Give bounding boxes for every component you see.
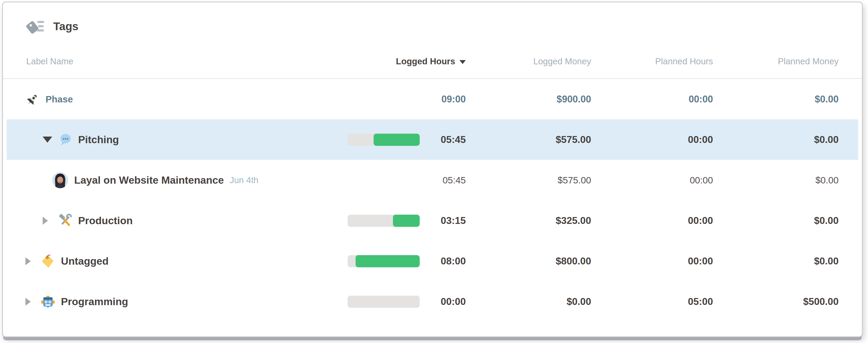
expand-arrow[interactable]: [43, 217, 54, 225]
table-row[interactable]: Production03:15$325.0000:00$0.00: [7, 200, 858, 241]
rocket-icon: [25, 92, 40, 106]
logged-hours-cell: 03:15: [291, 215, 466, 227]
logged-hours-value: 00:00: [427, 296, 466, 307]
logged-money-value-cell: $575.00: [466, 134, 591, 145]
planned-money-value: $0.00: [800, 256, 839, 267]
table-body: Phase09:00$900.0000:00$0.00 Pitching05:4…: [3, 79, 862, 322]
tags-report-card: Tags Label Name Logged Hours Logged Mone…: [2, 2, 863, 337]
logged-money-value: $325.00: [552, 215, 591, 226]
logged-money-value-cell: $325.00: [466, 215, 591, 226]
planned-money-value-cell: $0.00: [713, 256, 839, 267]
planned-money-value: $0.00: [800, 175, 839, 185]
planned-money-value-cell: $500.00: [713, 296, 839, 307]
tag-icon: [41, 254, 55, 268]
logged-money-value-cell: $0.00: [466, 296, 591, 307]
row-label[interactable]: Layal on Website Maintenance: [74, 174, 224, 186]
row-label-cell: Untagged: [7, 254, 291, 268]
row-label-cell: Layal on Website MaintenanceJun 4th: [7, 172, 291, 188]
row-label[interactable]: Untagged: [61, 255, 108, 267]
logged-hours-value: 09:00: [427, 94, 466, 105]
progress-bar: [348, 296, 420, 308]
progress-bar-fill: [393, 215, 420, 227]
tags-icon: [26, 18, 46, 35]
planned-hours-value-cell: 00:00: [591, 215, 713, 226]
progress-bar: [348, 215, 420, 227]
progress-bar-fill: [374, 134, 420, 146]
collapse-arrow[interactable]: [43, 137, 54, 143]
column-planned-money[interactable]: Planned Money: [778, 56, 839, 66]
triangle-right-icon: [43, 217, 48, 225]
table-header: Label Name Logged Hours Logged Money Pla…: [3, 45, 862, 79]
hammer-wrench-icon: [58, 214, 72, 228]
planned-hours-value: 05:00: [674, 296, 713, 307]
planned-money-value-cell: $0.00: [713, 215, 839, 226]
planned-money-value: $500.00: [800, 296, 839, 307]
column-logged-hours[interactable]: Logged Hours: [396, 56, 466, 66]
logged-money-value: $0.00: [552, 296, 591, 307]
column-label-name[interactable]: Label Name: [7, 56, 291, 66]
column-logged-hours-label: Logged Hours: [396, 56, 455, 66]
logged-hours-cell: 05:45: [291, 134, 466, 146]
logged-money-value-cell: $800.00: [466, 256, 591, 267]
planned-hours-value-cell: 00:00: [591, 134, 713, 145]
planned-money-value: $0.00: [800, 134, 839, 145]
planned-hours-value: 00:00: [674, 94, 713, 105]
progress-bar: [348, 255, 420, 267]
table-row[interactable]: Untagged08:00$800.0000:00$0.00: [7, 241, 858, 281]
row-label[interactable]: Production: [78, 215, 133, 227]
planned-hours-value-cell: 00:00: [591, 94, 713, 105]
table-row[interactable]: Pitching05:45$575.0000:00$0.00: [7, 119, 858, 160]
expand-arrow[interactable]: [25, 257, 37, 265]
logged-hours-cell: 00:00: [291, 296, 466, 308]
planned-money-value-cell: $0.00: [713, 94, 839, 105]
planned-hours-value-cell: 05:00: [591, 296, 713, 307]
logged-hours-cell: 05:45: [291, 175, 466, 185]
planned-hours-value-cell: 00:00: [591, 175, 713, 185]
logged-money-value-cell: $575.00: [466, 175, 591, 185]
planned-money-value-cell: $0.00: [713, 175, 839, 185]
logged-hours-cell: 09:00: [291, 94, 466, 105]
column-header-row: Label Name Logged Hours Logged Money Pla…: [7, 45, 858, 78]
row-label[interactable]: Phase: [45, 94, 73, 105]
card-header: Tags: [3, 2, 862, 45]
table-row[interactable]: Layal on Website MaintenanceJun 4th05:45…: [7, 160, 858, 200]
table-row[interactable]: Phase09:00$900.0000:00$0.00: [7, 79, 858, 119]
planned-money-value-cell: $0.00: [713, 134, 839, 145]
row-label-cell: Phase: [7, 92, 291, 106]
column-planned-hours[interactable]: Planned Hours: [655, 56, 713, 66]
planned-money-value: $0.00: [800, 215, 839, 226]
speech-balloon-icon: [58, 133, 72, 147]
avatar: [52, 172, 68, 188]
page-title: Tags: [53, 20, 79, 33]
triangle-down-icon: [43, 137, 52, 143]
column-logged-money[interactable]: Logged Money: [533, 56, 591, 66]
row-label[interactable]: Programming: [61, 296, 128, 308]
triangle-right-icon: [25, 298, 31, 306]
logged-money-value: $575.00: [552, 134, 591, 145]
robot-icon: [41, 295, 55, 309]
planned-money-value: $0.00: [800, 94, 839, 105]
logged-money-value-cell: $900.00: [466, 94, 591, 105]
planned-hours-value: 00:00: [674, 175, 713, 185]
triangle-right-icon: [25, 257, 31, 265]
planned-hours-value: 00:00: [674, 215, 713, 226]
row-label-cell: Production: [7, 214, 291, 228]
logged-money-value: $900.00: [552, 94, 591, 105]
planned-hours-value: 00:00: [674, 256, 713, 267]
row-label-cell: Pitching: [7, 133, 291, 147]
row-label-cell: Programming: [7, 295, 291, 309]
sort-desc-icon: [459, 60, 466, 64]
planned-hours-value: 00:00: [674, 134, 713, 145]
logged-hours-value: 05:45: [427, 175, 466, 185]
logged-hours-value: 05:45: [427, 134, 466, 145]
progress-bar-fill: [355, 255, 420, 267]
logged-money-value: $800.00: [552, 256, 591, 267]
row-label[interactable]: Pitching: [78, 134, 119, 145]
logged-hours-value: 08:00: [427, 256, 466, 267]
progress-bar: [348, 134, 420, 146]
table-row[interactable]: Programming00:00$0.0005:00$500.00: [7, 281, 858, 322]
logged-hours-value: 03:15: [427, 215, 466, 226]
planned-hours-value-cell: 00:00: [591, 256, 713, 267]
expand-arrow[interactable]: [25, 298, 37, 306]
logged-hours-cell: 08:00: [291, 255, 466, 267]
